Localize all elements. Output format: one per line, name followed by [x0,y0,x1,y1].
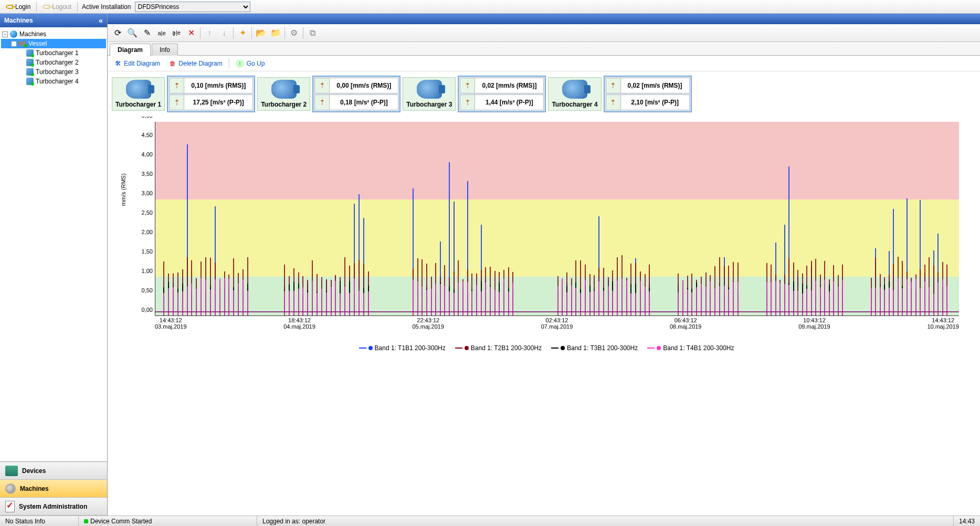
zone-yellow [155,199,959,277]
data-spike [598,281,599,315]
active-installation-label: Active Installation [80,3,133,10]
panel-title: Machines [4,17,33,24]
rename2-icon[interactable]: a̱|e [170,26,183,40]
expand-toggle[interactable]: − [2,31,8,37]
card-title: Turbocharger 4 [552,101,597,108]
chart-area[interactable]: mm/s (RMS) 0,000,501,001,502,002,503,003… [129,122,964,342]
nav-machines[interactable]: Machines [0,480,107,498]
data-spike [585,280,586,315]
turbocharger-card-4[interactable]: Turbocharger 4⇡0,02 [mm/s (RMS)]⇡2,10 [m… [548,76,691,112]
chart-icon: ⇡ [460,95,475,110]
collapse-panel-button[interactable]: « [99,16,103,25]
go-up-button[interactable]: ↑ Go Up [233,58,268,69]
logout-button[interactable]: Logout [39,2,75,12]
plot-area[interactable] [155,122,959,316]
turbocharger-card-3[interactable]: Turbocharger 3⇡0,02 [mm/s (RMS)]⇡1,44 [m… [403,76,546,112]
tree-root-machines[interactable]: − Machines [1,29,106,39]
data-spike [621,279,623,316]
x-tick: 14:43:1203.maj.2019 [155,317,187,338]
turbocharger-icon [26,77,34,86]
rename-icon[interactable]: a|e [155,26,168,40]
pp-value: 0,18 [m/s² (P-P)] [330,97,398,108]
y-axis: mm/s (RMS) 0,000,501,001,502,002,503,003… [129,122,155,316]
edit-icon[interactable]: ✎ [140,26,154,40]
delete-diagram-icon: 🗑 [170,60,176,67]
status-bar: No Status Info Device Comm Started Logge… [0,516,980,526]
card-values: ⇡0,02 [mm/s (RMS)]⇡1,44 [m/s² (P-P)] [458,76,546,112]
nav-sysadmin[interactable]: System Administration [0,498,107,516]
data-spike [224,278,225,315]
data-spike [312,281,313,315]
data-spike [617,281,618,315]
data-spike [201,278,202,315]
folder-open-icon[interactable]: 📂 [254,26,268,40]
puzzle-icon[interactable]: ✦ [236,26,249,40]
separator [284,27,285,39]
chart-icon: ⇡ [315,78,330,93]
up-arrow-icon[interactable]: ↑ [203,26,216,40]
separator [233,27,234,39]
gear-icon[interactable]: ⚙ [287,26,301,40]
search-icon[interactable]: 🔍 [125,26,139,40]
tree-node-vessel[interactable]: − Vessel [1,39,106,48]
nav-buttons: Devices Machines System Administration [0,461,107,516]
data-spike [779,283,781,315]
copy-icon[interactable]: ⧉ [305,26,319,40]
nav-label: System Administration [19,503,87,510]
card-title: Turbocharger 2 [261,101,307,108]
y-tick: 0,00 [142,307,153,313]
data-spike [467,282,468,315]
tab-strip: Diagram Info [108,42,980,56]
y-tick: 1,50 [142,248,153,255]
separator [251,27,252,39]
chart-icon: ⇡ [606,95,621,110]
data-spike [942,279,943,315]
edit-diagram-button[interactable]: 🛠 Edit Diagram [112,58,163,69]
tree-label: Turbocharger 2 [36,59,79,66]
delete-diagram-button[interactable]: 🗑 Delete Diagram [166,58,225,69]
data-spike [771,282,772,315]
turbocharger-card-2[interactable]: Turbocharger 2⇡0,00 [mm/s (RMS)]⇡0,18 [m… [257,76,401,112]
separator [36,2,37,12]
zone-red [155,122,959,199]
status-login: Logged in as: operator [257,516,954,526]
login-button[interactable]: Login [2,2,34,12]
login-label: Login [15,3,30,10]
content-area: ⟳ 🔍 ✎ a|e a̱|e ✕ ↑ ↓ ✦ 📂 📁 ⚙ ⧉ Diagram I… [108,14,980,516]
separator [229,58,229,69]
data-spike [228,279,229,315]
pp-value: 1,44 [m/s² (P-P)] [475,97,543,108]
tab-diagram[interactable]: Diagram [110,44,151,56]
data-spike [485,282,486,315]
tree-node-turbo3[interactable]: Turbocharger 3 [1,67,106,77]
data-spike [775,281,776,315]
turbocharger-card-1[interactable]: Turbocharger 1⇡0,10 [mm/s (RMS)]⇡17,25 [… [112,76,255,112]
y-tick: 4,50 [142,132,153,138]
tree-node-turbo4[interactable]: Turbocharger 4 [1,77,106,86]
data-spike [435,283,436,315]
y-tick: 4,00 [142,151,153,157]
expand-toggle[interactable]: − [11,41,17,47]
tree-node-turbo2[interactable]: Turbocharger 2 [1,58,106,67]
rms-value: 0,02 [mm/s (RMS)] [621,80,689,91]
key-icon [43,5,50,9]
tree-node-turbo1[interactable]: Turbocharger 1 [1,48,106,58]
data-spike [335,281,336,315]
checklist-icon [5,501,15,512]
globe-icon [9,30,18,38]
x-tick: 22:43:1205.maj.2019 [412,317,444,338]
active-installation-select[interactable]: DFDSPrincess [135,2,250,12]
data-spike [243,280,244,315]
pp-value: 17,25 [m/s² (P-P)] [184,97,252,108]
down-arrow-icon[interactable]: ↓ [217,26,231,40]
refresh-icon[interactable]: ⟳ [111,26,124,40]
data-spike [640,281,641,315]
y-tick: 2,50 [142,209,153,216]
chart-icon: ⇡ [606,78,621,93]
card-values: ⇡0,02 [mm/s (RMS)]⇡2,10 [m/s² (P-P)] [604,76,692,112]
nav-label: Machines [20,485,49,492]
delete-icon[interactable]: ✕ [184,26,198,40]
nav-devices[interactable]: Devices [0,462,107,480]
tab-info[interactable]: Info [152,44,178,56]
folder-icon[interactable]: 📁 [269,26,282,40]
